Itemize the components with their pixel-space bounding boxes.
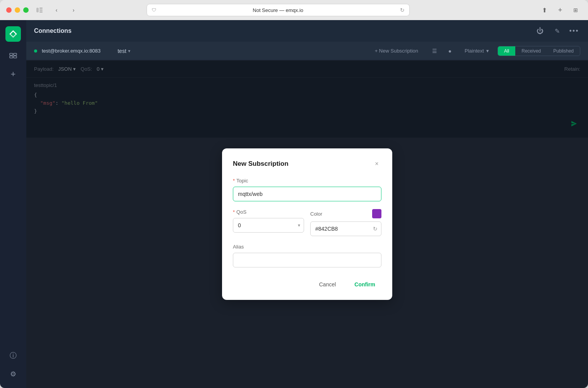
info-icon[interactable]: ⓘ [5, 348, 21, 363]
topic-required-star: * [233, 178, 235, 184]
confirm-button[interactable]: Confirm [348, 278, 381, 291]
color-form-col: Color ↻ [310, 209, 381, 236]
connection-tab[interactable]: test ▾ [118, 48, 130, 54]
modal-header: New Subscription × [233, 159, 381, 168]
share-button[interactable]: ⬆ [538, 5, 551, 15]
topbar-actions: ⏻ ✎ ••• [534, 25, 580, 37]
logo-icon [5, 26, 21, 42]
filter-all-button[interactable]: All [498, 46, 515, 56]
qos-form-col: * QoS 0 1 2 ▾ [233, 209, 304, 236]
new-subscription-button[interactable]: + New Subscription [369, 46, 424, 56]
modal-footer: Cancel Confirm [233, 275, 381, 291]
filter-published-button[interactable]: Published [547, 46, 580, 56]
alias-input[interactable] [233, 253, 381, 267]
svg-rect-1 [39, 8, 43, 9]
sub-bar-icons: ☰ ● [428, 45, 456, 57]
sidebar-item-add[interactable]: + [5, 66, 21, 82]
topic-input[interactable] [233, 187, 381, 201]
color-label-text: Color [310, 211, 322, 217]
modal-close-button[interactable]: × [372, 159, 381, 168]
alias-form-group: Alias [233, 244, 381, 267]
traffic-lights [6, 7, 29, 13]
svg-rect-4 [10, 53, 13, 55]
color-refresh-button[interactable]: ↻ [373, 226, 378, 232]
qos-select[interactable]: 0 1 2 [233, 218, 304, 233]
tab-chevron: ▾ [128, 48, 130, 54]
connection-tab-bar: test@broker.emqx.io:8083 test ▾ + New Su… [26, 42, 588, 60]
main-content: Connections ⏻ ✎ ••• test@broker.emqx.io:… [26, 20, 588, 388]
settings-icon[interactable]: ⚙ [5, 366, 21, 382]
sidebar-item-connections[interactable] [5, 48, 21, 63]
message-filter-group: All Received Published [497, 46, 580, 56]
topic-label-text: Topic [236, 178, 248, 184]
address-bar: 🛡 Not Secure — emqx.io ↻ [147, 4, 410, 16]
color-swatch[interactable] [372, 209, 381, 218]
modal-dialog: New Subscription × * Topic [222, 148, 392, 300]
browser-actions: ⬆ + ⊞ [538, 5, 582, 15]
qos-select-wrapper: 0 1 2 ▾ [233, 218, 304, 233]
sidebar-toggle-button[interactable] [33, 5, 46, 15]
edit-button[interactable]: ✎ [551, 25, 563, 37]
fullscreen-traffic-light[interactable] [23, 7, 29, 13]
modal-overlay: New Subscription × * Topic [26, 60, 588, 388]
reload-icon[interactable]: ↻ [400, 7, 405, 13]
svg-rect-7 [14, 56, 17, 58]
browser-frame: ‹ › 🛡 Not Secure — emqx.io ↻ ⬆ + ⊞ [0, 0, 588, 388]
tabs-button[interactable]: ⊞ [569, 5, 582, 15]
svg-rect-0 [36, 8, 39, 12]
more-button[interactable]: ••• [568, 25, 580, 37]
circle-icon[interactable]: ● [444, 45, 456, 57]
plaintext-select[interactable]: Plaintext ▾ [461, 46, 493, 55]
svg-rect-3 [39, 12, 43, 12]
connection-status-dot [34, 49, 37, 53]
list-icon[interactable]: ☰ [428, 45, 441, 57]
app-container: + ⓘ ⚙ Connections ⏻ ✎ ••• test@broker.em… [0, 20, 588, 388]
security-icon: 🛡 [152, 7, 156, 13]
power-button[interactable]: ⏻ [534, 25, 546, 37]
minimize-traffic-light[interactable] [15, 7, 20, 13]
alias-label-text: Alias [233, 244, 244, 250]
color-header: Color [310, 209, 381, 218]
tab-name: test [118, 48, 126, 54]
forward-button[interactable]: › [67, 5, 80, 15]
qos-label-text: QoS [236, 209, 246, 215]
close-traffic-light[interactable] [6, 7, 12, 13]
connection-name: test@broker.emqx.io:8083 [42, 48, 101, 54]
topbar: Connections ⏻ ✎ ••• [26, 20, 588, 42]
alias-label: Alias [233, 244, 381, 250]
browser-titlebar: ‹ › 🛡 Not Secure — emqx.io ↻ ⬆ + ⊞ [0, 0, 588, 20]
cancel-button[interactable]: Cancel [313, 278, 342, 291]
topic-label: * Topic [233, 178, 381, 184]
topbar-title: Connections [34, 27, 72, 34]
qos-label: * QoS [233, 209, 304, 215]
modal-title: New Subscription [233, 160, 289, 168]
svg-rect-6 [10, 56, 13, 58]
qos-color-row: * QoS 0 1 2 ▾ [233, 209, 381, 236]
content-area: New Subscription × * Topic [26, 60, 588, 388]
color-input[interactable] [310, 221, 381, 236]
topic-form-group: * Topic [233, 178, 381, 201]
address-text: Not Secure — emqx.io [159, 7, 397, 13]
sidebar: + ⓘ ⚙ [0, 20, 26, 388]
color-input-wrapper: ↻ [310, 221, 381, 236]
filter-received-button[interactable]: Received [515, 46, 547, 56]
svg-rect-2 [39, 10, 43, 10]
svg-rect-5 [14, 53, 17, 55]
qos-required-star: * [233, 209, 235, 215]
new-tab-button[interactable]: + [554, 5, 566, 15]
back-button[interactable]: ‹ [50, 5, 63, 15]
